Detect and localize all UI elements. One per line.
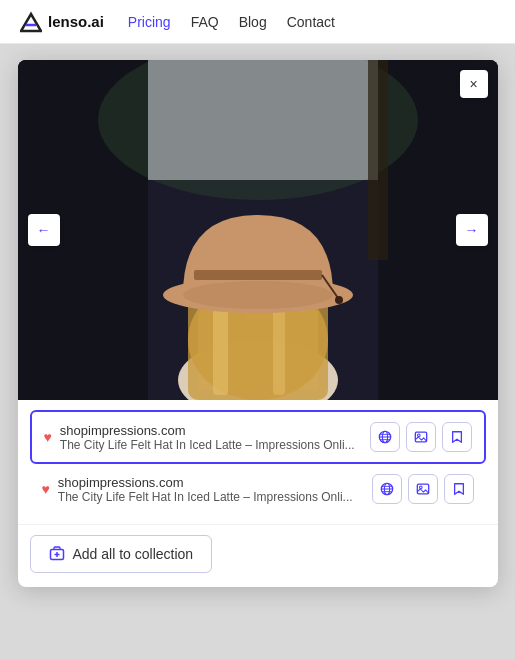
globe-icon [378,430,392,444]
svg-rect-14 [273,300,285,395]
globe-button[interactable] [370,422,400,452]
bookmark-button[interactable] [444,474,474,504]
close-button[interactable]: × [460,70,488,98]
globe-button[interactable] [372,474,402,504]
result-title: The City Life Felt Hat In Iced Latte – I… [58,490,364,504]
nav-link-contact[interactable]: Contact [287,14,335,30]
svg-point-16 [183,281,333,309]
image-button[interactable] [408,474,438,504]
svg-point-19 [335,296,343,304]
prev-arrow[interactable]: ← [28,214,60,246]
logo-icon [20,11,42,33]
result-info: shopimpressions.com The City Life Felt H… [60,423,362,452]
svg-point-26 [417,434,420,437]
result-site: shopimpressions.com [60,423,362,438]
collection-icon [49,546,65,562]
svg-rect-25 [415,432,426,442]
result-actions [370,422,472,452]
image-container: × ← → [18,60,498,400]
heart-icon: ♥ [44,429,52,445]
logo-text: lenso.ai [48,13,104,30]
bookmark-icon [450,430,464,444]
result-site: shopimpressions.com [58,475,364,490]
nav-link-faq[interactable]: FAQ [191,14,219,30]
add-collection-area: Add all to collection [18,524,498,587]
result-item[interactable]: ♥ shopimpressions.com The City Life Felt… [30,410,486,464]
svg-rect-7 [368,60,388,260]
image-button[interactable] [406,422,436,452]
results-area: ♥ shopimpressions.com The City Life Felt… [18,400,498,524]
image-icon [416,482,430,496]
svg-rect-6 [148,60,378,180]
hat-image [18,60,498,400]
heart-icon: ♥ [42,481,50,497]
modal: × ← → ♥ shopimpressions.com The City Lif… [18,60,498,587]
result-actions [372,474,474,504]
result-title: The City Life Felt Hat In Iced Latte – I… [60,438,362,452]
image-icon [414,430,428,444]
result-item[interactable]: ♥ shopimpressions.com The City Life Felt… [30,464,486,514]
logo[interactable]: lenso.ai [20,11,104,33]
navbar: lenso.ai Pricing FAQ Blog Contact [0,0,515,44]
globe-icon [380,482,394,496]
nav-links: Pricing FAQ Blog Contact [128,14,335,30]
add-collection-button[interactable]: Add all to collection [30,535,213,573]
nav-link-blog[interactable]: Blog [239,14,267,30]
next-arrow[interactable]: → [456,214,488,246]
modal-overlay: × ← → ♥ shopimpressions.com The City Lif… [0,44,515,660]
bookmark-button[interactable] [442,422,472,452]
svg-rect-32 [417,484,428,494]
bookmark-icon [452,482,466,496]
svg-marker-0 [21,14,41,31]
svg-point-33 [419,486,422,489]
svg-rect-17 [194,270,322,280]
nav-link-pricing[interactable]: Pricing [128,14,171,30]
page-wrapper: lenso.ai Pricing FAQ Blog Contact [0,0,515,660]
result-info: shopimpressions.com The City Life Felt H… [58,475,364,504]
add-collection-label: Add all to collection [73,546,194,562]
